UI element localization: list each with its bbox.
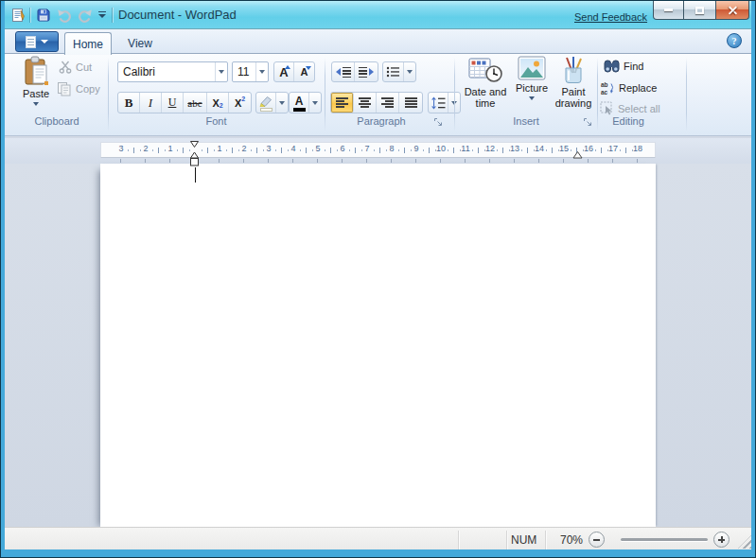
line-spacing-button[interactable] (429, 93, 448, 113)
document-page[interactable] (100, 164, 656, 527)
insert-dialog-launcher[interactable] (583, 117, 592, 127)
bullets-button[interactable] (383, 62, 404, 81)
cut-button[interactable]: Cut (59, 61, 92, 74)
ruler-tick (601, 148, 602, 153)
resize-grip[interactable] (738, 535, 751, 549)
ruler-number: 2 (241, 144, 246, 153)
subscript-button[interactable]: X2 (207, 93, 229, 113)
bold-button[interactable]: B (118, 93, 140, 113)
highlight-dropdown[interactable] (276, 93, 288, 113)
ruler-tick (607, 149, 608, 151)
help-button[interactable]: ? (727, 33, 742, 48)
ruler-tick (527, 148, 528, 153)
decrease-indent-button[interactable] (332, 62, 355, 81)
ruler-tick (183, 148, 184, 153)
left-indent-marker[interactable] (190, 141, 199, 166)
zoom-slider-track[interactable] (621, 538, 708, 541)
copy-button[interactable]: Copy (57, 81, 100, 96)
ribbon-tab-strip: Home View ? (2, 29, 756, 54)
ruler-tick (415, 159, 416, 163)
arrow-right-icon (369, 68, 374, 76)
right-indent-marker[interactable] (572, 150, 583, 159)
redo-button[interactable] (75, 6, 94, 24)
maximize-button[interactable] (684, 1, 715, 20)
paragraph-dialog-launcher[interactable] (433, 117, 443, 127)
zoom-out-button[interactable] (589, 532, 605, 548)
qat-customize-button[interactable] (95, 6, 109, 24)
ruler-number: 9 (413, 144, 418, 153)
chevron-down-icon (259, 70, 265, 74)
align-left-button[interactable] (331, 93, 354, 113)
underline-button[interactable]: U (162, 93, 184, 113)
send-feedback-link[interactable]: Send Feedback (574, 11, 647, 23)
chevron-down-icon (407, 70, 413, 74)
ruler-tick (317, 159, 318, 163)
undo-button[interactable] (55, 6, 74, 24)
replace-button[interactable]: ab ac Replace (600, 80, 657, 96)
ruler-tick (292, 159, 293, 163)
ruler-tick (243, 159, 244, 163)
superscript-button[interactable]: X2 (229, 93, 251, 113)
paste-button[interactable]: Paste (17, 56, 55, 106)
increase-indent-button[interactable] (355, 62, 378, 81)
ruler-tick (558, 149, 559, 151)
text-highlight-button[interactable] (256, 93, 276, 113)
minimize-button[interactable] (653, 1, 684, 20)
window-controls (653, 1, 749, 20)
shrink-font-button[interactable]: A (294, 62, 314, 81)
ruler-tick (563, 159, 564, 163)
indent-group (331, 61, 378, 82)
align-center-button[interactable] (354, 93, 377, 113)
strikethrough-button[interactable]: abc (184, 93, 207, 113)
ruler-tick (169, 159, 170, 163)
ruler-tick (145, 159, 146, 163)
ruler-tick (502, 148, 503, 153)
italic-button[interactable]: I (140, 93, 162, 113)
font-color-dropdown[interactable] (309, 93, 321, 113)
replace-icon: ab ac (600, 80, 615, 96)
num-lock-indicator: NUM (511, 533, 536, 547)
find-button[interactable]: Find (604, 60, 643, 73)
chevron-down-icon (279, 101, 285, 105)
select-all-button[interactable]: Select all (600, 101, 660, 115)
tab-home[interactable]: Home (64, 32, 112, 55)
font-size-dropdown[interactable] (255, 62, 268, 81)
date-time-button[interactable]: Date and time (460, 56, 511, 109)
picture-button[interactable]: Picture (514, 56, 550, 100)
ruler-tick (571, 149, 571, 151)
ruler-tick (429, 148, 430, 153)
justify-button[interactable] (399, 93, 422, 113)
save-button[interactable] (34, 6, 53, 24)
align-left-icon (336, 96, 348, 109)
align-right-button[interactable] (377, 93, 399, 113)
paragraph-lines-icon (343, 67, 351, 78)
ruler-tick (489, 159, 490, 163)
font-color-button[interactable]: A (290, 93, 309, 113)
close-button[interactable] (715, 1, 749, 20)
ruler-number: 5 (315, 144, 320, 153)
bullets-dropdown[interactable] (404, 62, 415, 81)
ruler-tick (128, 149, 129, 151)
ruler-tick (472, 149, 473, 151)
application-menu-button[interactable] (15, 31, 59, 52)
font-family-value: Calibri (118, 65, 215, 78)
grow-font-button[interactable]: A (274, 62, 294, 81)
font-family-combo[interactable]: Calibri (117, 61, 228, 82)
binoculars-icon (604, 60, 620, 73)
titlebar[interactable]: Document - WordPad Send Feedback (1, 1, 755, 29)
ruler-tick (521, 149, 522, 151)
zoom-in-button[interactable] (713, 532, 730, 548)
alignment-group (330, 92, 423, 113)
minus-icon (593, 539, 600, 541)
ruler-tick (325, 149, 325, 151)
paint-drawing-button[interactable]: Paint drawing (552, 56, 595, 109)
font-family-dropdown[interactable] (215, 62, 227, 81)
ruler-tick (268, 159, 269, 163)
chevron-down-icon (529, 96, 535, 100)
tab-view[interactable]: View (115, 32, 165, 54)
wordpad-app-icon[interactable] (9, 6, 27, 24)
statusbar: NUM 70% (2, 527, 756, 552)
ruler-number: 3 (118, 144, 123, 153)
font-color-swatch (293, 108, 306, 112)
font-size-combo[interactable]: 11 (232, 61, 269, 82)
